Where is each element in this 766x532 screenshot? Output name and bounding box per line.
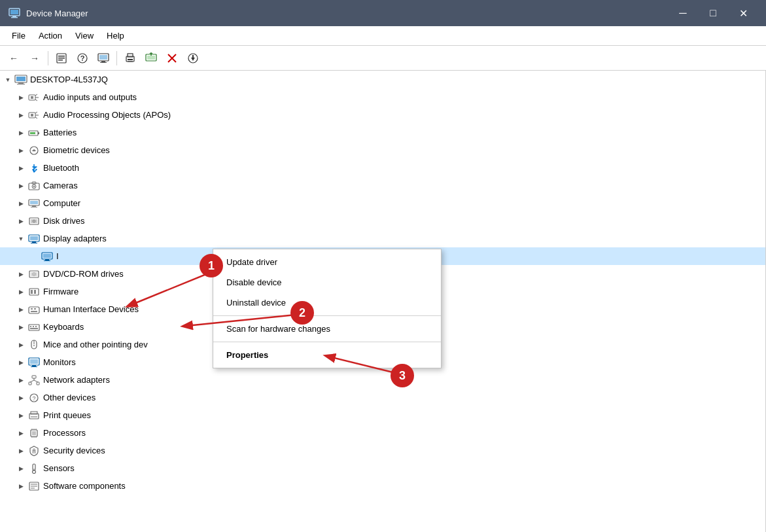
tree-item-disk[interactable]: ▶ Disk drives (0, 212, 765, 230)
expander-other[interactable]: ▶ (16, 393, 26, 403)
expander-biometric[interactable]: ▶ (16, 145, 26, 156)
menu-view[interactable]: View (69, 28, 100, 43)
expander-disk[interactable]: ▶ (16, 216, 26, 226)
expander-mice[interactable]: ▶ (16, 340, 26, 350)
tree-item-print[interactable]: ▶ Print queues (0, 406, 765, 424)
tree-item-other[interactable]: ▶ ? Other devices (0, 389, 765, 406)
help-button[interactable]: ? (73, 49, 92, 67)
expander-monitors[interactable]: ▶ (16, 357, 26, 368)
expander-audio[interactable]: ▶ (16, 92, 26, 103)
svg-rect-116 (31, 488, 35, 489)
svg-text:?: ? (80, 54, 85, 62)
tree-item-cameras[interactable]: ▶ Cameras (0, 177, 765, 194)
ctx-uninstall-device[interactable]: Uninstall device (213, 293, 441, 313)
properties-button[interactable] (52, 49, 71, 67)
icon-hid (27, 303, 41, 316)
svg-rect-75 (34, 308, 36, 310)
view-devices-button[interactable] (94, 49, 113, 67)
expander-print[interactable]: ▶ (16, 410, 26, 421)
icon-bluetooth (27, 162, 41, 175)
svg-rect-29 (18, 82, 24, 84)
expander-display-child (29, 251, 39, 262)
svg-rect-90 (29, 382, 31, 385)
forward-button[interactable]: → (25, 49, 44, 67)
tree-item-security[interactable]: ▶ Security devices (0, 442, 765, 459)
icon-batteries (27, 126, 41, 139)
expander-firmware[interactable]: ▶ (16, 287, 26, 297)
ctx-scan-hardware[interactable]: Scan for hardware changes (213, 319, 441, 339)
tree-item-network[interactable]: ▶ Network adapters (0, 371, 765, 389)
tree-item-sensors[interactable]: ▶ Sensors (0, 459, 765, 477)
svg-rect-19 (147, 56, 155, 60)
svg-rect-61 (31, 243, 37, 243)
svg-line-40 (35, 117, 37, 118)
remove-device-button[interactable] (162, 49, 182, 67)
svg-rect-99 (31, 416, 37, 417)
tree-item-bluetooth[interactable]: ▶ Bluetooth (0, 159, 765, 177)
svg-rect-74 (31, 308, 33, 310)
expander-keyboards[interactable]: ▶ (16, 322, 26, 332)
svg-rect-43 (30, 132, 35, 134)
svg-rect-80 (35, 326, 37, 327)
menu-action[interactable]: Action (32, 28, 69, 43)
tree-label-apo: Audio Processing Objects (APOs) (43, 110, 171, 120)
menu-help[interactable]: Help (100, 28, 131, 43)
menu-file[interactable]: File (5, 28, 32, 43)
tree-label-batteries: Batteries (43, 128, 77, 137)
expander-display[interactable]: ▼ (16, 234, 26, 244)
expander-software[interactable]: ▶ (16, 481, 26, 491)
tree-item-display[interactable]: ▼ Display adapters (0, 230, 765, 247)
back-button[interactable]: ← (4, 49, 24, 67)
expander-apo[interactable]: ▶ (16, 110, 26, 120)
tree-item-batteries[interactable]: ▶ Batteries (0, 124, 765, 141)
close-button[interactable]: ✕ (728, 0, 758, 26)
tree-label-software: Software components (43, 481, 126, 491)
ctx-properties[interactable]: Properties (213, 345, 441, 365)
tree-item-computer[interactable]: ▶ Computer (0, 194, 765, 212)
tree-label-mice: Mice and other pointing dev (43, 340, 148, 349)
svg-rect-37 (31, 114, 33, 116)
expander-sensors[interactable]: ▶ (16, 463, 26, 474)
tree-item-software[interactable]: ▶ Software components (0, 477, 765, 495)
svg-rect-26 (192, 55, 194, 58)
tree-item-apo[interactable]: ▶ Audio Processing Objects (APOs) (0, 106, 765, 124)
expander-batteries[interactable]: ▶ (16, 128, 26, 138)
svg-marker-21 (149, 52, 153, 54)
icon-print (27, 409, 41, 422)
svg-rect-73 (29, 307, 39, 313)
expander-hid[interactable]: ▶ (16, 304, 26, 315)
toolbar-separator-1 (48, 51, 48, 65)
expander-dvd[interactable]: ▶ (16, 269, 26, 279)
expander-root[interactable]: ▼ (3, 75, 13, 85)
ctx-update-driver[interactable]: Update driver (213, 252, 441, 272)
maximize-button[interactable]: □ (698, 0, 728, 26)
svg-rect-42 (38, 132, 39, 134)
tree-label-keyboards: Keyboards (43, 322, 84, 332)
expander-network[interactable]: ▶ (16, 375, 26, 385)
icon-dvd (27, 268, 41, 281)
expander-cameras[interactable]: ▶ (16, 181, 26, 191)
expander-security[interactable]: ▶ (16, 446, 26, 456)
window-title: Device Manager (26, 9, 668, 18)
print-button[interactable] (120, 49, 140, 67)
update-driver-button[interactable] (183, 49, 203, 67)
svg-rect-114 (31, 484, 37, 485)
menu-bar: File Action View Help (0, 26, 766, 46)
scan-hardware-button[interactable] (141, 49, 161, 67)
svg-rect-79 (33, 326, 34, 327)
icon-keyboards (27, 321, 41, 334)
ctx-disable-device[interactable]: Disable device (213, 272, 441, 293)
tree-label-computer: Computer (43, 198, 80, 208)
expander-computer[interactable]: ▶ (16, 198, 26, 209)
icon-sensors (27, 462, 41, 475)
expander-processors[interactable]: ▶ (16, 428, 26, 438)
annotation-3: 3 (391, 364, 414, 387)
svg-point-109 (33, 449, 35, 451)
svg-rect-2 (12, 16, 16, 17)
expander-bluetooth[interactable]: ▶ (16, 163, 26, 173)
tree-item-biometric[interactable]: ▶ Biometric devices (0, 141, 765, 159)
tree-item-root[interactable]: ▼ DESKTOP-4L537JQ (0, 71, 765, 88)
tree-item-processors[interactable]: ▶ Processors (0, 424, 765, 442)
minimize-button[interactable]: ─ (668, 0, 698, 26)
tree-item-audio[interactable]: ▶ Audio inputs and outputs (0, 88, 765, 106)
